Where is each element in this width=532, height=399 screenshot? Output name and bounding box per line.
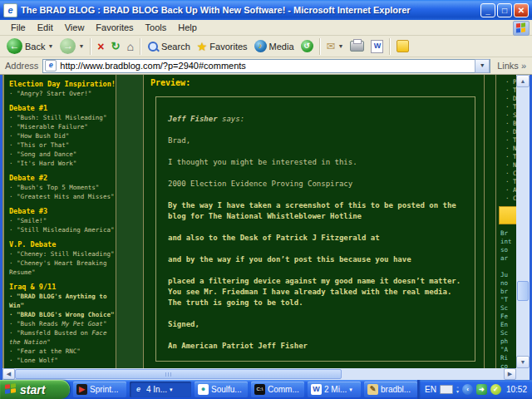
print-button[interactable]: [347, 40, 367, 52]
right-sidebar-text-line[interactable]: En: [500, 321, 512, 329]
right-sidebar-list-item[interactable]: · N: [505, 145, 517, 153]
messenger-button[interactable]: [393, 39, 412, 53]
sidebar-link[interactable]: · "Cheney: Still Misleading": [9, 249, 116, 259]
sync-tray-icon[interactable]: ➜: [476, 384, 487, 395]
horizontal-scrollbar[interactable]: ◀ ▶: [2, 368, 516, 380]
right-sidebar-yellow-button[interactable]: [499, 206, 518, 224]
favorites-button[interactable]: ★ Favorites: [194, 39, 251, 54]
menu-view[interactable]: View: [59, 21, 91, 34]
right-sidebar-text-line[interactable]: no: [500, 279, 512, 288]
sidebar-link[interactable]: · "This or That": [9, 140, 116, 150]
right-sidebar-list-item[interactable]: · T: [505, 136, 517, 145]
sidebar-link[interactable]: · "BRAD BLOG's Wrong Choice": [9, 310, 116, 319]
links-chevron-icon[interactable]: »: [521, 61, 526, 71]
right-sidebar-text-line[interactable]: ar: [500, 254, 512, 263]
vertical-scroll-thumb[interactable]: [517, 281, 529, 301]
start-button[interactable]: start: [0, 380, 70, 399]
right-sidebar-text-line[interactable]: Sc: [500, 304, 512, 313]
right-sidebar-list-item[interactable]: · P: [505, 78, 517, 86]
right-sidebar-list-item[interactable]: · N: [505, 161, 517, 170]
edit-with-word-button[interactable]: W: [367, 39, 387, 54]
sidebar-link[interactable]: · "Song and Dance": [9, 150, 116, 159]
scroll-down-button[interactable]: ▼: [516, 356, 530, 368]
right-sidebar-text-line[interactable]: int: [500, 238, 512, 246]
taskbar-button[interactable]: C:\Comm...: [251, 382, 304, 397]
right-sidebar-text-line[interactable]: so: [500, 246, 512, 254]
scroll-up-button[interactable]: ▲: [516, 75, 530, 87]
right-sidebar-text-line[interactable]: "T: [500, 296, 512, 304]
scroll-left-button[interactable]: ◀: [2, 368, 15, 380]
search-button[interactable]: Search: [144, 40, 194, 53]
close-button[interactable]: ✕: [514, 3, 529, 17]
sidebar-link[interactable]: · "How Bush Did": [9, 131, 116, 140]
right-sidebar-list-item[interactable]: · S: [505, 111, 517, 120]
menu-help[interactable]: Help: [172, 21, 203, 34]
sidebar-link[interactable]: · "Bush: Still Misleading": [9, 113, 116, 122]
sidebar-link[interactable]: · "Greatest Hits and Misses": [9, 192, 116, 201]
menu-file[interactable]: File: [5, 21, 32, 34]
keyboard-icon[interactable]: [440, 385, 453, 394]
sidebar-link[interactable]: · "BRAD BLOG's Anything to Win": [9, 292, 116, 310]
right-sidebar-text-line[interactable]: Br: [500, 229, 512, 238]
address-input[interactable]: e http://www.bradblog.com/?p=2940#commen…: [42, 59, 490, 73]
sidebar-link[interactable]: · "Fear at the RNC": [9, 347, 116, 356]
menu-tools[interactable]: Tools: [140, 21, 173, 34]
taskbar-button[interactable]: e4 In...▾: [130, 382, 191, 397]
sidebar-link[interactable]: · "Cheney's Heart Breaking Resume": [9, 259, 116, 277]
taskbar-button[interactable]: ✎bradbl...: [364, 382, 417, 397]
horizontal-scroll-thumb[interactable]: [15, 369, 342, 379]
sidebar-link[interactable]: · "Still Misleading America": [9, 225, 116, 234]
links-label[interactable]: Links: [497, 61, 519, 71]
group-dropdown-icon[interactable]: ▾: [170, 387, 173, 393]
scroll-right-button[interactable]: ▶: [504, 368, 516, 380]
right-sidebar-text-line[interactable]: Fe: [500, 313, 512, 321]
maximize-button[interactable]: □: [497, 3, 512, 17]
minimize-button[interactable]: _: [480, 3, 495, 17]
taskbar-button[interactable]: ●Soulfu...: [195, 382, 248, 397]
back-button[interactable]: ← Back ▼: [3, 37, 57, 55]
forward-button[interactable]: → ▼: [57, 37, 87, 55]
right-sidebar-text-line[interactable]: "A: [500, 346, 512, 354]
media-button[interactable]: ♪ Media: [251, 39, 298, 53]
sidebar-link[interactable]: · "It's Hard Work": [9, 159, 116, 168]
right-sidebar-list-item[interactable]: · B: [505, 120, 517, 128]
hidden-icons-chevron[interactable]: ▫▾: [456, 386, 459, 394]
menu-favorites[interactable]: Favorites: [90, 21, 139, 34]
home-button[interactable]: ⌂: [123, 39, 136, 54]
mail-dropdown-icon[interactable]: ▼: [337, 43, 343, 49]
right-sidebar-list-item[interactable]: · D: [505, 95, 517, 103]
right-sidebar-list-item[interactable]: · T: [505, 103, 517, 111]
right-sidebar-text-line[interactable]: Ju: [500, 271, 512, 279]
right-sidebar-text-line[interactable]: co: [500, 362, 512, 368]
address-dropdown-button[interactable]: ▼: [475, 59, 490, 73]
sidebar-link[interactable]: · "Lone Wolf": [9, 356, 116, 365]
sidebar-link[interactable]: · "Bush Reads My Pet Goat": [9, 319, 116, 328]
right-sidebar-text-line[interactable]: br: [500, 288, 512, 296]
language-indicator[interactable]: EN: [425, 385, 436, 394]
right-sidebar-list-item[interactable]: · C: [505, 170, 517, 178]
back-dropdown-icon[interactable]: ▼: [47, 43, 53, 49]
right-sidebar-text-line[interactable]: Sc: [500, 329, 512, 337]
right-sidebar-list-item[interactable]: · C: [505, 195, 517, 203]
right-sidebar-list-item[interactable]: · T: [505, 153, 517, 161]
mail-button[interactable]: ✉ ▼: [323, 39, 347, 53]
right-sidebar-list-item[interactable]: · A: [505, 186, 517, 195]
menu-edit[interactable]: Edit: [32, 21, 59, 34]
vertical-scrollbar[interactable]: ▲ ▼: [516, 75, 530, 368]
sidebar-link[interactable]: · "Angry? Start Over!": [9, 89, 116, 98]
sidebar-link[interactable]: · "Bush's Top 5 Moments": [9, 183, 116, 192]
address-url[interactable]: http://www.bradblog.com/?p=2940#comments: [60, 61, 475, 71]
right-sidebar-list-item[interactable]: · T: [505, 178, 517, 186]
messenger-tray-icon[interactable]: ‹: [462, 384, 473, 395]
right-sidebar-text-line[interactable]: [500, 263, 512, 271]
sidebar-link[interactable]: · "Rumsfeld Busted on Face the Nation": [9, 328, 116, 347]
history-button[interactable]: ↺: [298, 39, 317, 53]
right-sidebar-text-line[interactable]: Ri: [500, 354, 512, 362]
refresh-button[interactable]: ↻: [108, 39, 124, 53]
taskbar-button[interactable]: W2 Mi...▾: [308, 382, 361, 397]
right-sidebar-text-line[interactable]: ph: [500, 337, 512, 346]
antivirus-tray-icon[interactable]: ✓: [490, 384, 501, 395]
sidebar-link[interactable]: · "Miserable Failure": [9, 122, 116, 131]
stop-button[interactable]: ×: [94, 39, 107, 54]
sidebar-link[interactable]: · "Smile!": [9, 216, 116, 225]
